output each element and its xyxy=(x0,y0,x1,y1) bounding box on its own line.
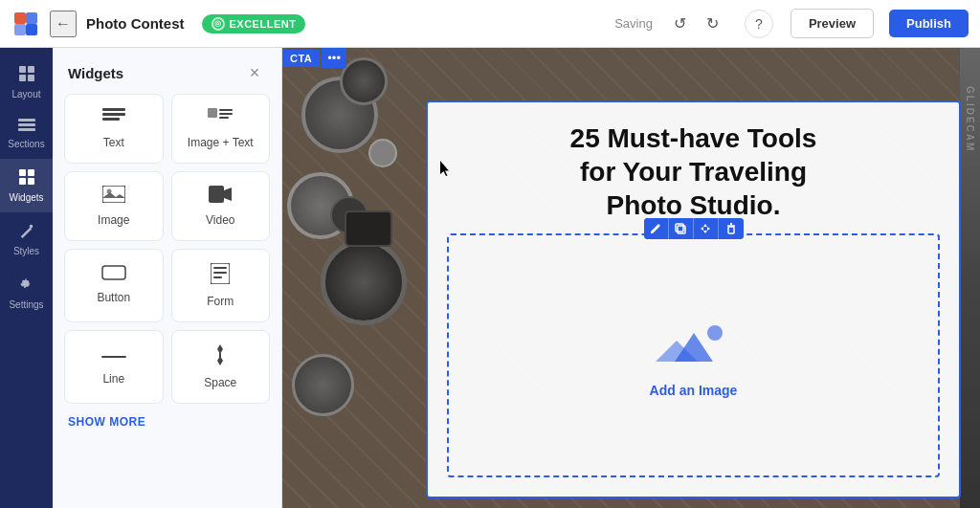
svg-rect-21 xyxy=(219,113,233,115)
button-widget-label: Button xyxy=(97,291,130,304)
text-widget-icon xyxy=(102,108,125,130)
form-widget-label: Form xyxy=(207,295,234,308)
image-text-widget-label: Image + Text xyxy=(188,136,254,149)
widget-video[interactable]: Video xyxy=(171,171,271,241)
image-widget-toolbar xyxy=(644,218,744,239)
right-equipment: GLIDECAM xyxy=(959,48,980,508)
widget-text[interactable]: Text xyxy=(64,94,164,164)
sidebar-item-layout[interactable]: Layout xyxy=(0,55,53,109)
sidebar-item-sections[interactable]: Sections xyxy=(0,109,53,159)
image-delete-button[interactable] xyxy=(719,218,744,239)
sidebar-item-styles[interactable]: Styles xyxy=(0,212,53,266)
back-arrow-icon: ← xyxy=(56,15,71,33)
preview-button[interactable]: Preview xyxy=(791,9,874,38)
image-widget-label: Image xyxy=(98,213,129,227)
line-widget-label: Line xyxy=(102,372,124,386)
show-more-label: SHOW MORE xyxy=(68,415,145,429)
undo-button[interactable]: ↺ xyxy=(666,10,695,38)
styles-icon xyxy=(18,222,35,242)
svg-rect-0 xyxy=(14,12,26,24)
cta-options-button[interactable]: ••• xyxy=(322,48,346,68)
widget-form[interactable]: Form xyxy=(171,249,271,322)
widgets-close-button[interactable]: × xyxy=(243,61,266,84)
svg-rect-35 xyxy=(728,227,734,233)
close-icon: × xyxy=(250,63,260,83)
widgets-label: Widgets xyxy=(9,192,43,203)
svg-rect-26 xyxy=(102,266,125,279)
image-edit-button[interactable] xyxy=(644,218,669,239)
widget-image-text[interactable]: Image + Text xyxy=(171,94,271,164)
redo-icon: ↻ xyxy=(706,14,719,33)
svg-rect-5 xyxy=(28,66,34,73)
svg-rect-12 xyxy=(28,169,34,176)
space-widget-label: Space xyxy=(204,376,236,389)
widgets-grid: Text Image + Text xyxy=(53,94,281,404)
quality-icon: ◎ xyxy=(212,17,225,31)
publish-label: Publish xyxy=(906,16,951,31)
image-text-widget-icon xyxy=(208,108,233,130)
svg-rect-18 xyxy=(102,118,120,121)
space-widget-icon xyxy=(211,344,230,370)
help-button[interactable]: ? xyxy=(745,10,773,38)
settings-icon xyxy=(18,276,35,296)
content-headline: 25 Must-have Tools for Your Traveling Ph… xyxy=(570,121,817,222)
svg-rect-31 xyxy=(101,356,126,358)
headline-line1: 25 Must-have Tools xyxy=(570,123,817,153)
svg-rect-30 xyxy=(213,276,222,278)
page-title: Photo Contest xyxy=(86,15,185,32)
svg-rect-4 xyxy=(19,66,26,73)
canvas-background: GLIDECAM CTA ••• 25 Must-have Tools for … xyxy=(282,48,980,508)
widgets-panel: Widgets × Text xyxy=(53,48,282,508)
svg-rect-20 xyxy=(219,109,233,111)
svg-rect-7 xyxy=(28,75,34,81)
show-more-button[interactable]: SHOW MORE xyxy=(53,404,281,440)
help-icon: ? xyxy=(755,16,763,32)
saving-status: Saving xyxy=(614,16,653,31)
widget-line[interactable]: Line xyxy=(64,330,164,404)
content-card: 25 Must-have Tools for Your Traveling Ph… xyxy=(426,100,961,498)
svg-rect-1 xyxy=(26,12,37,24)
redo-button[interactable]: ↻ xyxy=(699,10,727,38)
widgets-title: Widgets xyxy=(68,65,123,81)
svg-rect-34 xyxy=(676,224,683,232)
back-button[interactable]: ← xyxy=(50,11,77,37)
main-area: Layout Sections Widgets xyxy=(0,48,980,508)
headline-line3: Photo Studio. xyxy=(607,190,781,220)
layout-icon xyxy=(18,65,35,85)
placeholder-mountain-icon xyxy=(656,314,732,371)
svg-rect-9 xyxy=(18,123,35,126)
svg-rect-8 xyxy=(18,119,35,121)
svg-rect-14 xyxy=(28,178,34,185)
widget-button[interactable]: Button xyxy=(64,249,164,322)
svg-point-15 xyxy=(29,225,33,229)
image-move-button[interactable] xyxy=(694,218,719,239)
image-widget-placeholder[interactable]: Add an Image xyxy=(447,233,940,477)
app-logo xyxy=(11,10,40,38)
undo-redo-group: ↺ ↻ xyxy=(666,10,727,38)
svg-rect-17 xyxy=(102,113,125,116)
add-image-label: Add an Image xyxy=(650,383,738,398)
svg-point-38 xyxy=(707,325,723,341)
button-widget-icon xyxy=(101,263,126,285)
widget-space[interactable]: Space xyxy=(171,330,271,404)
image-copy-button[interactable] xyxy=(669,218,694,239)
sidebar-item-widgets[interactable]: Widgets xyxy=(0,159,53,212)
canvas-area[interactable]: GLIDECAM CTA ••• 25 Must-have Tools for … xyxy=(282,48,980,508)
svg-rect-29 xyxy=(213,272,227,274)
photo-items-overlay xyxy=(282,48,435,508)
publish-button[interactable]: Publish xyxy=(889,10,969,37)
svg-rect-16 xyxy=(102,108,125,111)
svg-rect-3 xyxy=(26,24,37,35)
svg-rect-10 xyxy=(18,128,35,131)
settings-label: Settings xyxy=(9,299,43,310)
svg-rect-23 xyxy=(102,186,125,203)
svg-rect-6 xyxy=(19,75,26,81)
svg-rect-19 xyxy=(208,108,217,118)
svg-rect-11 xyxy=(19,169,26,176)
widget-image[interactable]: Image xyxy=(64,171,164,241)
sidebar-item-settings[interactable]: Settings xyxy=(0,266,53,320)
text-widget-label: Text xyxy=(103,136,124,149)
quality-badge: ◎ EXCELLENT xyxy=(202,14,306,33)
layout-label: Layout xyxy=(11,89,40,99)
topbar: ← Photo Contest ◎ EXCELLENT Saving ↺ ↻ ?… xyxy=(0,0,980,48)
